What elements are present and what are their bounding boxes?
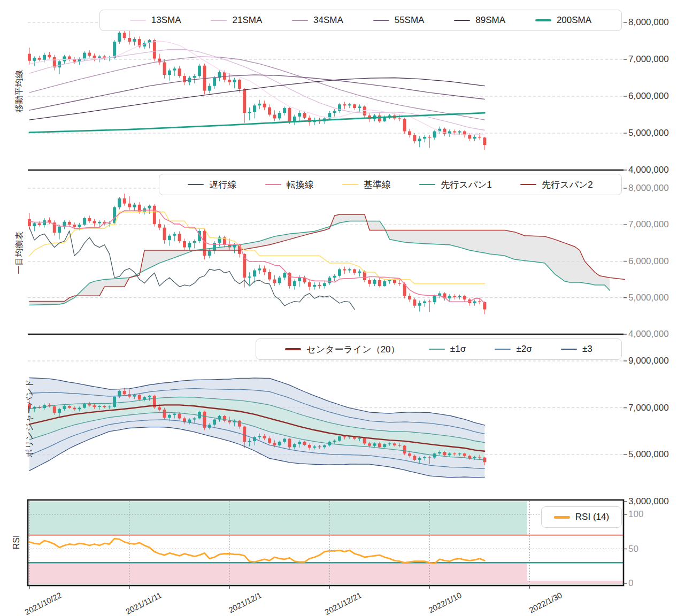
candle-body	[68, 222, 71, 225]
candle-body	[423, 137, 426, 138]
candle-body	[483, 137, 486, 145]
sma55-line	[29, 75, 484, 110]
candle-body	[313, 446, 316, 448]
candle-body	[343, 270, 346, 271]
candle-body	[403, 446, 406, 453]
legend-label: 先行スパン1	[441, 179, 492, 191]
candle-body	[243, 89, 246, 113]
candle-body	[463, 453, 466, 456]
candle-body	[133, 395, 136, 397]
candle-body	[148, 206, 151, 209]
candle-body	[223, 72, 226, 80]
legend-item: 200SMA	[535, 15, 591, 26]
candle-body	[278, 113, 281, 118]
candle-body	[388, 443, 391, 444]
candle-body	[358, 272, 361, 273]
candle-body	[258, 268, 261, 270]
candle-body	[408, 296, 411, 299]
candle-body	[163, 228, 166, 240]
candle-body	[253, 105, 256, 112]
candle-body	[108, 406, 111, 407]
candle-body	[348, 270, 351, 271]
kijun-line	[29, 212, 484, 283]
candle-body	[428, 302, 431, 302]
candle-body	[58, 227, 61, 233]
candle-body	[78, 225, 81, 227]
candle-body	[178, 414, 181, 419]
candle-body	[338, 436, 341, 441]
candle-body	[413, 456, 416, 460]
candle-body	[268, 272, 271, 280]
rsi-line	[29, 538, 484, 564]
y-tick-label: 100	[628, 509, 643, 520]
candle-body	[193, 241, 196, 243]
candle-body	[398, 118, 401, 119]
candle-body	[113, 42, 116, 58]
candle-body	[63, 406, 66, 409]
candle-body	[328, 278, 331, 283]
ichimoku-legend: 遅行線転換線基準線先行スパン1先行スパン2	[159, 174, 622, 195]
candle-body	[433, 296, 436, 302]
candle-body	[188, 243, 191, 247]
candle-body	[363, 272, 366, 280]
candle-body	[63, 56, 66, 61]
rsi-oversold-sliver	[28, 581, 623, 584]
candle-body	[298, 113, 301, 117]
candle-body	[78, 408, 81, 410]
candle-body	[453, 132, 456, 133]
candle-body	[418, 303, 421, 306]
candle-body	[268, 107, 271, 115]
candle-body	[283, 439, 286, 442]
candle-body	[333, 441, 336, 442]
candle-body	[273, 443, 276, 445]
candle-body	[33, 224, 36, 226]
candle-body	[238, 80, 241, 89]
y-tick-label: 4,000,000	[628, 329, 669, 340]
ichimoku-cloud	[29, 214, 610, 305]
candle-body	[273, 115, 276, 119]
candle-body	[28, 219, 31, 226]
candle-body	[288, 108, 291, 121]
candle-body	[308, 282, 311, 287]
legend-label: 55SMA	[395, 15, 425, 26]
candle-body	[438, 452, 441, 453]
candle-body	[183, 76, 186, 82]
candle-body	[373, 280, 376, 284]
candle-body	[443, 452, 446, 455]
legend-item: ±1σ	[429, 344, 466, 355]
candle-body	[38, 224, 41, 225]
candle-body	[118, 33, 121, 42]
legend-item: 13SMA	[130, 15, 181, 26]
candle-body	[433, 132, 436, 138]
legend-label: 89SMA	[475, 15, 505, 26]
candle-body	[83, 404, 86, 408]
candle-body	[83, 218, 86, 225]
candle-body	[448, 296, 451, 298]
candle-body	[473, 457, 476, 458]
candle-body	[463, 296, 466, 299]
candle-body	[73, 408, 76, 410]
candle-body	[473, 137, 476, 138]
candle-body	[148, 396, 151, 397]
y-tick-label: 4,000,000	[628, 165, 669, 175]
candle-body	[173, 414, 176, 415]
y-tick-label: 7,000,000	[628, 54, 669, 65]
candle-body	[308, 445, 311, 448]
y-tick-label: 0	[628, 578, 633, 589]
legend-label: ±1σ	[450, 344, 466, 355]
legend-label: センターライン（20）	[306, 343, 399, 356]
legend-label: 34SMA	[313, 15, 343, 26]
legend-item: RSI (14)	[554, 512, 609, 522]
candle-body	[378, 280, 381, 286]
sma21-line	[29, 49, 484, 130]
legend-line-swatch	[495, 349, 511, 350]
candle-body	[233, 80, 236, 82]
candle-body	[178, 234, 181, 241]
candle-body	[383, 281, 386, 286]
candle-body	[368, 280, 371, 284]
candle-body	[103, 406, 106, 407]
technical-analysis-chart: 移動平均線 一目均衡表 ボリンジャーバンド RSI 13SMA21SMA34SM…	[0, 0, 685, 616]
legend-line-swatch	[373, 20, 389, 21]
candle-body	[458, 296, 461, 297]
candle-body	[168, 71, 171, 75]
